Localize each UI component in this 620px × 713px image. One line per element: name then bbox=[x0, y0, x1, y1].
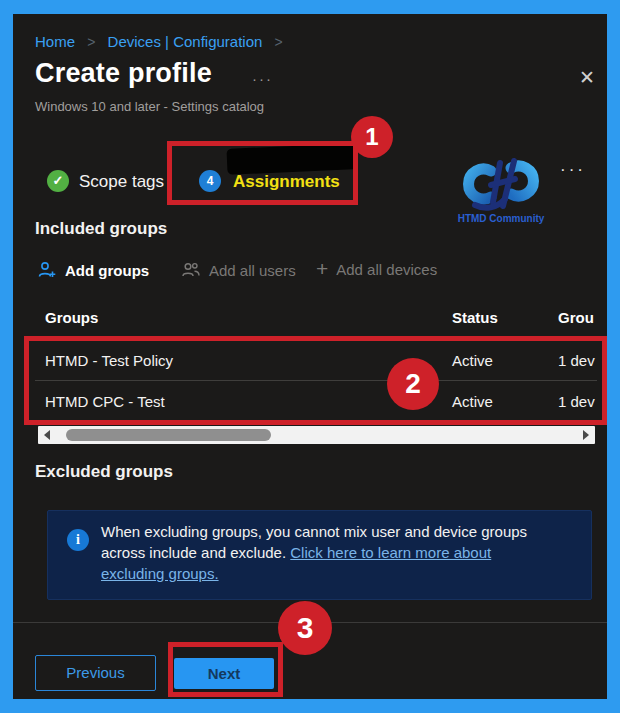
previous-button[interactable]: Previous bbox=[35, 655, 156, 691]
scroll-right-arrow-icon[interactable] bbox=[583, 430, 589, 440]
add-groups-label: Add groups bbox=[65, 262, 149, 279]
add-groups-button[interactable]: Add groups bbox=[37, 260, 149, 280]
breadcrumb: Home > Devices | Configuration > bbox=[35, 33, 291, 50]
page-subtitle: Windows 10 and later - Settings catalog bbox=[35, 99, 264, 114]
close-icon[interactable]: ✕ bbox=[579, 66, 595, 89]
breadcrumb-link-home[interactable]: Home bbox=[35, 33, 75, 50]
column-header-status: Status bbox=[452, 309, 498, 326]
page-title: Create profile bbox=[35, 58, 212, 89]
annotation-step-2-badge: 2 bbox=[387, 358, 439, 410]
person-add-icon bbox=[37, 260, 57, 280]
add-all-users-label: Add all users bbox=[209, 262, 296, 279]
people-icon bbox=[181, 260, 201, 280]
breadcrumb-separator-icon: > bbox=[87, 34, 95, 50]
create-profile-dialog: Home > Devices | Configuration > Create … bbox=[13, 14, 607, 699]
htmd-community-logo-icon bbox=[453, 156, 549, 212]
scope-tags-complete-check-icon: ✓ bbox=[47, 170, 69, 192]
annotation-step-3-badge: 3 bbox=[278, 601, 332, 655]
add-all-devices-label: Add all devices bbox=[336, 261, 437, 278]
horizontal-scrollbar[interactable] bbox=[38, 426, 595, 444]
plus-icon: + bbox=[316, 260, 328, 278]
annotation-box-next bbox=[168, 642, 283, 697]
title-more-icon[interactable]: ··· bbox=[252, 70, 273, 87]
breadcrumb-link-devices-configuration[interactable]: Devices | Configuration bbox=[108, 33, 263, 50]
annotation-box-groups bbox=[24, 336, 607, 425]
scrollbar-thumb[interactable] bbox=[66, 429, 271, 441]
column-header-groups: Groups bbox=[45, 309, 98, 326]
tab-scope-tags[interactable]: Scope tags bbox=[79, 172, 164, 192]
breadcrumb-separator-icon: > bbox=[275, 34, 283, 50]
excluded-groups-heading: Excluded groups bbox=[35, 462, 173, 482]
column-header-group-members: Grou bbox=[558, 309, 594, 326]
included-groups-heading: Included groups bbox=[35, 219, 167, 239]
info-banner: i When excluding groups, you cannot mix … bbox=[47, 510, 592, 600]
annotation-step-1-badge: 1 bbox=[351, 116, 393, 158]
htmd-community-logo-text: HTMD Community bbox=[447, 213, 555, 224]
scroll-left-arrow-icon[interactable] bbox=[44, 430, 50, 440]
add-all-devices-button[interactable]: + Add all devices bbox=[316, 260, 437, 278]
annotation-box-assignments bbox=[167, 141, 358, 205]
info-banner-text: When excluding groups, you cannot mix us… bbox=[101, 521, 553, 584]
context-menu-more-icon[interactable]: ··· bbox=[560, 160, 586, 180]
add-all-users-button[interactable]: Add all users bbox=[181, 260, 296, 280]
info-icon: i bbox=[67, 529, 89, 551]
